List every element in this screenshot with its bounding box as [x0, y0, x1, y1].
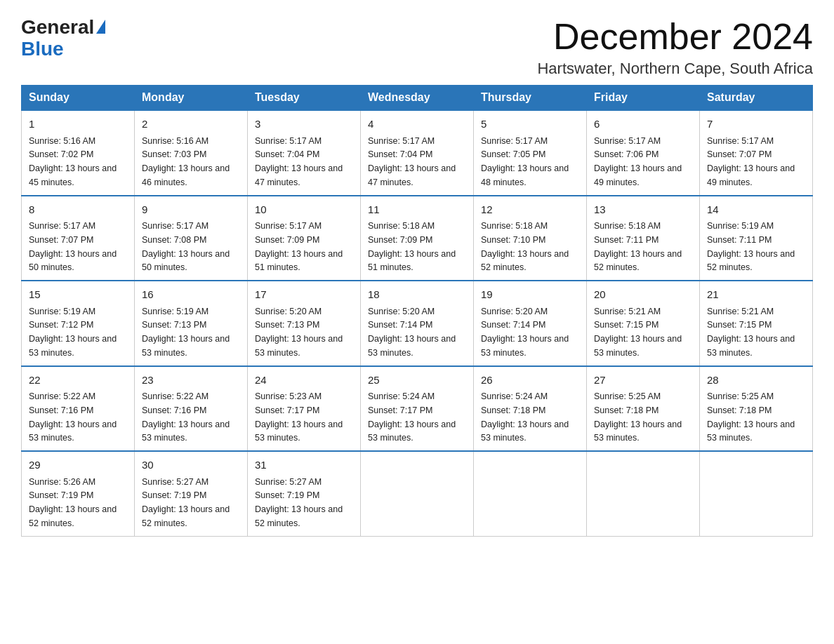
day-sunset: Sunset: 7:05 PM	[481, 149, 545, 159]
day-sunset: Sunset: 7:10 PM	[481, 235, 545, 245]
week-row-3: 15 Sunrise: 5:19 AM Sunset: 7:12 PM Dayl…	[22, 281, 813, 366]
day-number: 8	[29, 202, 127, 218]
day-daylight: Daylight: 13 hours and 47 minutes.	[255, 163, 343, 187]
day-sunset: Sunset: 7:11 PM	[707, 235, 772, 245]
day-sunset: Sunset: 7:12 PM	[29, 320, 93, 330]
day-daylight: Daylight: 13 hours and 53 minutes.	[481, 334, 569, 358]
day-number: 1	[29, 116, 127, 133]
header-monday: Monday	[135, 86, 248, 111]
day-number: 4	[368, 116, 466, 133]
header-saturday: Saturday	[700, 86, 813, 111]
empty-cell	[587, 451, 700, 536]
day-sunrise: Sunrise: 5:20 AM	[255, 307, 322, 316]
day-number: 11	[368, 202, 466, 218]
day-sunset: Sunset: 7:09 PM	[255, 235, 319, 245]
day-sunset: Sunset: 7:18 PM	[481, 405, 545, 415]
empty-cell	[361, 451, 474, 536]
day-daylight: Daylight: 13 hours and 52 minutes.	[142, 504, 230, 528]
calendar-header-row: SundayMondayTuesdayWednesdayThursdayFrid…	[22, 86, 813, 111]
day-sunset: Sunset: 7:14 PM	[481, 320, 545, 330]
day-daylight: Daylight: 13 hours and 53 minutes.	[594, 420, 682, 443]
day-sunrise: Sunrise: 5:17 AM	[707, 136, 774, 146]
day-cell-2: 2 Sunrise: 5:16 AM Sunset: 7:03 PM Dayli…	[135, 110, 248, 196]
day-sunrise: Sunrise: 5:27 AM	[142, 477, 208, 487]
day-sunrise: Sunrise: 5:24 AM	[368, 391, 435, 401]
day-number: 21	[707, 287, 805, 303]
day-cell-20: 20 Sunrise: 5:21 AM Sunset: 7:15 PM Dayl…	[587, 281, 700, 366]
day-sunset: Sunset: 7:04 PM	[255, 149, 319, 159]
day-cell-31: 31 Sunrise: 5:27 AM Sunset: 7:19 PM Dayl…	[248, 451, 361, 536]
day-cell-4: 4 Sunrise: 5:17 AM Sunset: 7:04 PM Dayli…	[361, 110, 474, 196]
day-sunrise: Sunrise: 5:17 AM	[255, 221, 322, 231]
day-sunset: Sunset: 7:19 PM	[142, 490, 206, 500]
day-cell-29: 29 Sunrise: 5:26 AM Sunset: 7:19 PM Dayl…	[22, 451, 135, 536]
day-sunset: Sunset: 7:09 PM	[368, 235, 432, 245]
day-daylight: Daylight: 13 hours and 53 minutes.	[368, 334, 456, 358]
day-sunrise: Sunrise: 5:22 AM	[29, 391, 95, 401]
day-number: 12	[481, 202, 579, 218]
day-daylight: Daylight: 13 hours and 46 minutes.	[142, 163, 230, 187]
day-daylight: Daylight: 13 hours and 50 minutes.	[29, 249, 117, 273]
day-sunrise: Sunrise: 5:24 AM	[481, 391, 548, 401]
day-sunset: Sunset: 7:03 PM	[142, 149, 206, 159]
day-number: 6	[594, 116, 692, 133]
day-sunset: Sunset: 7:16 PM	[29, 405, 93, 415]
day-sunset: Sunset: 7:17 PM	[368, 405, 432, 415]
day-cell-6: 6 Sunrise: 5:17 AM Sunset: 7:06 PM Dayli…	[587, 110, 700, 196]
day-daylight: Daylight: 13 hours and 48 minutes.	[481, 163, 569, 187]
day-sunrise: Sunrise: 5:25 AM	[594, 391, 661, 401]
day-sunrise: Sunrise: 5:16 AM	[142, 136, 208, 146]
day-sunset: Sunset: 7:15 PM	[594, 320, 658, 330]
day-number: 25	[368, 373, 466, 389]
day-daylight: Daylight: 13 hours and 53 minutes.	[707, 334, 795, 358]
day-daylight: Daylight: 13 hours and 53 minutes.	[29, 420, 117, 443]
day-cell-1: 1 Sunrise: 5:16 AM Sunset: 7:02 PM Dayli…	[22, 110, 135, 196]
day-sunrise: Sunrise: 5:17 AM	[594, 136, 661, 146]
day-cell-25: 25 Sunrise: 5:24 AM Sunset: 7:17 PM Dayl…	[361, 366, 474, 452]
day-daylight: Daylight: 13 hours and 52 minutes.	[594, 249, 682, 273]
day-sunset: Sunset: 7:06 PM	[594, 149, 658, 159]
day-sunrise: Sunrise: 5:17 AM	[368, 136, 435, 146]
day-number: 7	[707, 116, 805, 133]
day-daylight: Daylight: 13 hours and 53 minutes.	[481, 420, 569, 443]
day-sunset: Sunset: 7:07 PM	[707, 149, 772, 159]
logo: General Blue	[21, 17, 105, 60]
day-daylight: Daylight: 13 hours and 52 minutes.	[707, 249, 795, 273]
day-number: 22	[29, 373, 127, 389]
day-cell-8: 8 Sunrise: 5:17 AM Sunset: 7:07 PM Dayli…	[22, 196, 135, 281]
day-daylight: Daylight: 13 hours and 52 minutes.	[29, 504, 117, 528]
day-cell-27: 27 Sunrise: 5:25 AM Sunset: 7:18 PM Dayl…	[587, 366, 700, 452]
header-friday: Friday	[587, 86, 700, 111]
day-cell-24: 24 Sunrise: 5:23 AM Sunset: 7:17 PM Dayl…	[248, 366, 361, 452]
day-sunset: Sunset: 7:16 PM	[142, 405, 206, 415]
day-number: 16	[142, 287, 240, 303]
day-cell-9: 9 Sunrise: 5:17 AM Sunset: 7:08 PM Dayli…	[135, 196, 248, 281]
day-sunset: Sunset: 7:02 PM	[29, 149, 93, 159]
day-daylight: Daylight: 13 hours and 52 minutes.	[481, 249, 569, 273]
day-sunrise: Sunrise: 5:21 AM	[594, 307, 661, 316]
day-number: 29	[29, 457, 127, 474]
day-number: 3	[255, 116, 353, 133]
day-cell-5: 5 Sunrise: 5:17 AM Sunset: 7:05 PM Dayli…	[474, 110, 587, 196]
day-daylight: Daylight: 13 hours and 49 minutes.	[594, 163, 682, 187]
day-sunrise: Sunrise: 5:17 AM	[29, 221, 95, 231]
day-sunset: Sunset: 7:18 PM	[707, 405, 772, 415]
day-cell-3: 3 Sunrise: 5:17 AM Sunset: 7:04 PM Dayli…	[248, 110, 361, 196]
day-sunrise: Sunrise: 5:25 AM	[707, 391, 774, 401]
title-block: December 2024 Hartswater, Northern Cape,…	[537, 17, 813, 78]
week-row-2: 8 Sunrise: 5:17 AM Sunset: 7:07 PM Dayli…	[22, 196, 813, 281]
day-sunrise: Sunrise: 5:18 AM	[481, 221, 548, 231]
calendar-table: SundayMondayTuesdayWednesdayThursdayFrid…	[21, 85, 813, 537]
logo-blue: Blue	[21, 39, 64, 60]
day-number: 30	[142, 457, 240, 474]
day-daylight: Daylight: 13 hours and 45 minutes.	[29, 163, 117, 187]
day-sunset: Sunset: 7:14 PM	[368, 320, 432, 330]
day-daylight: Daylight: 13 hours and 53 minutes.	[255, 420, 343, 443]
day-sunrise: Sunrise: 5:17 AM	[255, 136, 322, 146]
day-sunrise: Sunrise: 5:17 AM	[481, 136, 548, 146]
day-daylight: Daylight: 13 hours and 49 minutes.	[707, 163, 795, 187]
day-number: 23	[142, 373, 240, 389]
day-cell-14: 14 Sunrise: 5:19 AM Sunset: 7:11 PM Dayl…	[700, 196, 813, 281]
day-number: 24	[255, 373, 353, 389]
day-number: 28	[707, 373, 805, 389]
